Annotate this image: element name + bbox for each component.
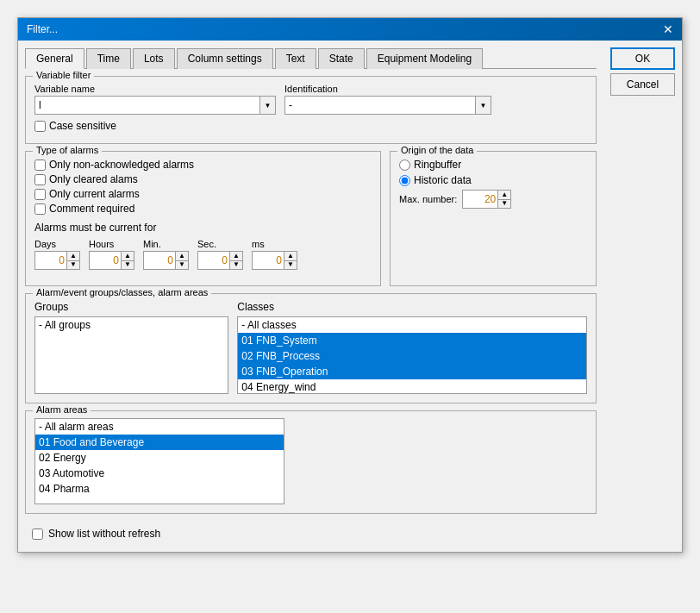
origin-data-group: Origin of the data Ringbuffer Historic d… — [390, 151, 597, 286]
classes-listbox[interactable]: - All classes 01 FNB_System 02 FNB_Proce… — [237, 316, 587, 394]
days-label: Days — [34, 239, 56, 249]
ms-down-btn[interactable]: ▼ — [284, 261, 297, 270]
dialog-title: Filter... — [27, 23, 58, 35]
classes-item-0[interactable]: 01 FNB_System — [238, 333, 586, 348]
case-sensitive-label: Case sensitive — [49, 120, 116, 132]
variable-name-input[interactable] — [35, 97, 259, 114]
days-input[interactable] — [35, 252, 66, 269]
tab-lots[interactable]: Lots — [133, 48, 175, 69]
variable-name-combo[interactable]: ▼ — [34, 96, 276, 115]
sec-input[interactable] — [198, 252, 229, 269]
hours-input[interactable] — [90, 252, 121, 269]
sec-spinner[interactable]: ▲ ▼ — [197, 251, 243, 270]
alarm-area-item-all[interactable]: - All alarm areas — [35, 419, 284, 435]
max-number-row: Max. number: ▲ ▼ — [399, 190, 587, 209]
spinners-row: Days ▲ ▼ Hours — [34, 239, 372, 270]
only-current-checkbox[interactable] — [34, 189, 46, 200]
ringbuffer-row: Ringbuffer — [399, 159, 587, 171]
hours-spinner[interactable]: ▲ ▼ — [89, 251, 134, 270]
max-number-input[interactable] — [463, 191, 497, 208]
alarm-areas-group: Alarm areas - All alarm areas 01 Food an… — [25, 410, 597, 514]
close-button[interactable]: ✕ — [663, 23, 673, 35]
ms-spinner[interactable]: ▲ ▼ — [252, 251, 297, 270]
only-cleared-checkbox[interactable] — [34, 174, 46, 185]
hours-spinner-btns: ▲ ▼ — [121, 252, 134, 269]
cancel-button[interactable]: Cancel — [610, 73, 675, 96]
only-non-ack-row: Only non-acknowledged alarms — [34, 159, 372, 171]
min-input[interactable] — [144, 252, 175, 269]
min-spinner[interactable]: ▲ ▼ — [143, 251, 189, 270]
alarm-area-item-1[interactable]: 02 Energy — [35, 450, 284, 466]
sec-spinner-group: Sec. ▲ ▼ — [197, 239, 243, 270]
alarms-current-label: Alarms must be current for — [34, 222, 372, 234]
sec-spinner-btns: ▲ ▼ — [229, 252, 242, 269]
tab-general[interactable]: General — [25, 48, 84, 69]
ringbuffer-label: Ringbuffer — [414, 159, 461, 171]
type-of-alarms-group: Type of alarms Only non-acknowledged ala… — [25, 151, 381, 286]
classes-item-1[interactable]: 02 FNB_Process — [238, 348, 586, 364]
variable-name-label: Variable name — [34, 84, 276, 94]
days-up-btn[interactable]: ▲ — [67, 252, 79, 261]
type-of-alarms-label: Type of alarms — [33, 145, 102, 155]
classes-item-3[interactable]: 04 Energy_wind — [238, 379, 586, 394]
title-bar: Filter... ✕ — [18, 18, 682, 41]
historic-data-label: Historic data — [414, 174, 472, 186]
min-up-btn[interactable]: ▲ — [176, 252, 188, 261]
bottom-row: Show list without refresh — [25, 521, 597, 545]
groups-classes-row: Groups - All groups Classes - All classe… — [34, 301, 587, 394]
min-label: Min. — [143, 239, 161, 249]
groups-item-all[interactable]: - All groups — [35, 317, 228, 333]
alarm-area-item-0[interactable]: 01 Food and Beverage — [35, 435, 284, 450]
historic-data-radio[interactable] — [399, 175, 410, 186]
days-spinner-group: Days ▲ ▼ — [34, 239, 80, 270]
classes-item-all[interactable]: - All classes — [238, 317, 586, 333]
only-current-label: Only current alarms — [49, 188, 140, 200]
hours-label: Hours — [89, 239, 114, 249]
alarm-areas-listbox[interactable]: - All alarm areas 01 Food and Beverage 0… — [34, 418, 284, 504]
min-down-btn[interactable]: ▼ — [176, 261, 188, 270]
ringbuffer-radio[interactable] — [399, 160, 410, 171]
hours-down-btn[interactable]: ▼ — [122, 261, 134, 270]
hours-up-btn[interactable]: ▲ — [122, 252, 134, 261]
max-number-spinner-btns: ▲ ▼ — [497, 191, 510, 208]
sec-label: Sec. — [197, 239, 216, 249]
variable-name-dropdown-btn[interactable]: ▼ — [259, 97, 275, 114]
ok-button[interactable]: OK — [610, 47, 675, 70]
show-list-checkbox[interactable] — [32, 529, 43, 540]
identification-input[interactable] — [285, 97, 475, 114]
ms-up-btn[interactable]: ▲ — [284, 252, 297, 261]
only-non-ack-checkbox[interactable] — [34, 160, 46, 171]
max-number-spinner[interactable]: ▲ ▼ — [462, 190, 511, 209]
hours-spinner-group: Hours ▲ ▼ — [89, 239, 134, 270]
classes-item-2[interactable]: 03 FNB_Operation — [238, 364, 586, 379]
tab-column-settings[interactable]: Column settings — [177, 48, 273, 69]
identification-dropdown-btn[interactable]: ▼ — [475, 97, 491, 114]
groups-listbox[interactable]: - All groups — [34, 316, 228, 394]
days-down-btn[interactable]: ▼ — [67, 261, 79, 270]
alarm-area-item-2[interactable]: 03 Automotive — [35, 466, 284, 481]
sec-up-btn[interactable]: ▲ — [230, 252, 242, 261]
tab-time[interactable]: Time — [86, 48, 131, 69]
min-spinner-btns: ▲ ▼ — [175, 252, 188, 269]
max-number-up-btn[interactable]: ▲ — [498, 191, 510, 200]
alarm-area-item-3[interactable]: 04 Pharma — [35, 481, 284, 497]
case-sensitive-row: Case sensitive — [34, 120, 587, 132]
only-cleared-row: Only cleared alams — [34, 173, 372, 185]
tab-equipment-modeling[interactable]: Equipment Modeling — [366, 48, 483, 69]
alarm-groups-label: Alarm/event groups/classes, alarm areas — [33, 287, 211, 297]
comment-required-checkbox[interactable] — [34, 203, 46, 215]
sec-down-btn[interactable]: ▼ — [230, 261, 242, 270]
type-of-alarms-col: Type of alarms Only non-acknowledged ala… — [25, 151, 381, 286]
groups-label: Groups — [34, 301, 228, 313]
tab-state[interactable]: State — [318, 48, 365, 69]
identification-combo[interactable]: ▼ — [284, 96, 491, 115]
alarm-areas-label: Alarm areas — [33, 404, 91, 415]
historic-data-row: Historic data — [399, 174, 587, 186]
tab-text[interactable]: Text — [275, 48, 316, 69]
ms-input[interactable] — [253, 252, 284, 269]
case-sensitive-checkbox[interactable] — [34, 121, 46, 132]
origin-data-label: Origin of the data — [397, 145, 477, 155]
two-col-area: Type of alarms Only non-acknowledged ala… — [25, 151, 597, 286]
days-spinner[interactable]: ▲ ▼ — [34, 251, 80, 270]
max-number-down-btn[interactable]: ▼ — [498, 200, 510, 209]
